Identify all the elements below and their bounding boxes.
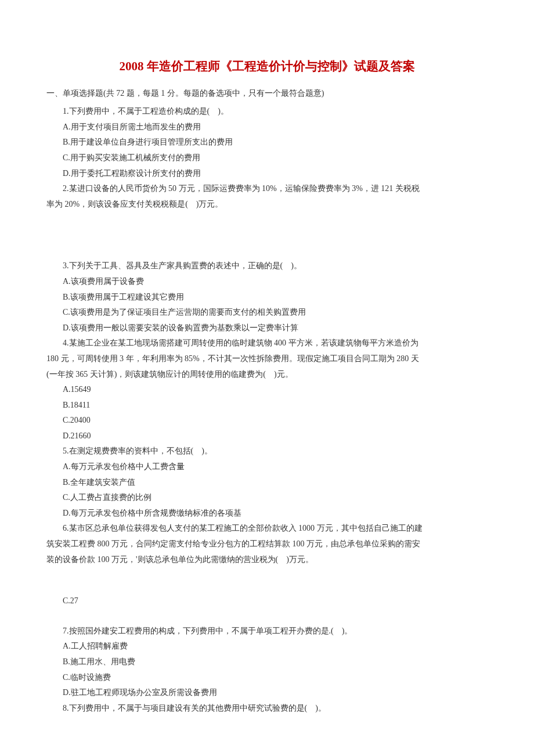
question-6-line3: 装的设备价款 100 万元，'则该总承包单位为此需缴纳的营业税为( )万元。 (46, 552, 488, 568)
question-7: 7.按照国外建安工程费用的构成，下列费用中，不属于单项工程开办费的是.( )。 (63, 624, 488, 639)
question-5: 5.在测定规费费率的资料中，不包括( )。 (63, 444, 488, 459)
q4-option-d: D.21660 (63, 429, 488, 444)
q5-option-a: A.每万元承发包价格中人工费含量 (63, 459, 488, 475)
question-8: 8.下列费用中，不属于与项目建设有关的其他费用中研究试验费的是( )。 (63, 701, 488, 717)
q4-option-b: B.18411 (63, 398, 488, 413)
q5-option-d: D.每万元承发包价格中所含规费缴纳标准的各项基 (63, 506, 488, 521)
q1-option-c: C.用于购买安装施工机械所支付的费用 (63, 150, 488, 166)
q7-option-c: C.临时设施费 (63, 670, 488, 686)
question-3: 3.下列关于工具、器具及生产家具购置费的表述中，正确的是( )。 (63, 258, 488, 274)
blank-space (46, 609, 488, 624)
q7-option-a: A.工人招聘解雇费 (63, 639, 488, 654)
q5-option-b: B.全年建筑安装产值 (63, 475, 488, 491)
blank-space (46, 212, 488, 258)
blank-space (46, 567, 488, 593)
q7-option-b: B.施工用水、用电费 (63, 654, 488, 670)
question-2: 2.某进口设备的人民币货价为 50 万元，国际运费费率为 10%，运输保险费费率… (63, 181, 488, 212)
q3-option-a: A.该项费用属于设备费 (63, 274, 488, 290)
question-4-line2: 180 元，可周转使用 3 年，年利用率为 85%，不计其一次性拆除费用。现假定… (46, 351, 488, 367)
q3-option-b: B.该项费用属于工程建设其它费用 (63, 290, 488, 305)
q4-option-c: C.20400 (63, 413, 488, 429)
q5-option-c: C.人工费占直接费的比例 (63, 490, 488, 506)
q1-option-d: D.用于委托工程勘察设计所支付的费用 (63, 166, 488, 182)
q2-line1: 2.某进口设备的人民币货价为 50 万元，国际运费费率为 10%，运输保险费费率… (63, 181, 488, 197)
question-4-line1: 4.某施工企业在某工地现场需搭建可周转使用的临时建筑物 400 平方米，若该建筑… (63, 336, 488, 351)
document-page: 2008 年造价工程师《工程造价计价与控制》试题及答案 一、单项选择题(共 72… (0, 0, 534, 751)
q1-option-b: B.用于建设单位自身进行项目管理所支出的费用 (63, 135, 488, 150)
question-4-line3: (一年按 365 天计算)，则该建筑物应计的周转使用的临建费为( )元。 (46, 367, 488, 383)
q2-line2: 率为 20%，则该设备应支付关税税额是( )万元。 (46, 197, 488, 213)
document-title: 2008 年造价工程师《工程造价计价与控制》试题及答案 (46, 58, 488, 74)
question-6-line1: 6.某市区总承包单位获得发包人支付的某工程施工的全部价款收入 1000 万元，其… (63, 521, 488, 537)
q7-option-d: D.驻工地工程师现场办公室及所需设备费用 (63, 685, 488, 701)
section-header: 一、单项选择题(共 72 题，每题 1 分。每题的备选项中，只有一个最符合题意) (46, 86, 488, 100)
q3-option-c: C.该项费用是为了保证项目生产运营期的需要而支付的相关购置费用 (63, 305, 488, 321)
q3-option-d: D.该项费用一般以需要安装的设备购置费为基数乘以一定费率计算 (63, 321, 488, 336)
q4-option-a: A.15649 (63, 382, 488, 398)
q1-option-a: A.用于支付项目所需土地而发生的费用 (63, 120, 488, 135)
question-6-line2: 筑安装工程费 800 万元，合同约定需支付给专业分包方的工程结算款 100 万元… (46, 537, 488, 552)
q6-option-c: C.27 (63, 593, 488, 609)
question-1: 1.下列费用中，不属于工程造价构成的是( )。 (63, 104, 488, 120)
